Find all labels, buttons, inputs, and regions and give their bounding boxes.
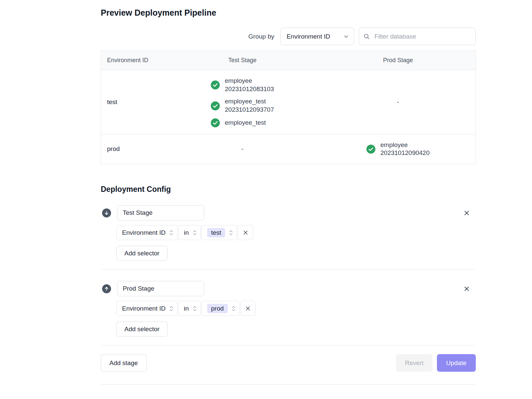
table-row: prod - employee 20231012090420 bbox=[101, 134, 475, 164]
selector-value-select[interactable]: prod bbox=[201, 301, 240, 316]
toolbar: Group by Environment ID bbox=[101, 28, 476, 45]
stage-divider bbox=[101, 345, 476, 345]
selector-operator-select[interactable]: in bbox=[178, 225, 201, 240]
remove-selector-button[interactable] bbox=[240, 301, 256, 316]
search-icon bbox=[363, 33, 370, 40]
bottom-divider bbox=[101, 384, 476, 385]
move-down-icon[interactable] bbox=[102, 208, 111, 217]
updown-icon bbox=[170, 229, 173, 236]
updown-icon bbox=[229, 229, 233, 236]
close-icon bbox=[464, 286, 470, 292]
database-name: employee bbox=[380, 141, 430, 149]
group-by-value: Environment ID bbox=[287, 33, 330, 40]
add-selector-button[interactable]: Add selector bbox=[116, 246, 168, 261]
database-version: 20231012090420 bbox=[380, 149, 430, 157]
deployment-item: employee 20231012090420 bbox=[366, 141, 430, 157]
filter-database-input[interactable] bbox=[359, 28, 476, 45]
database-version: 20231012083103 bbox=[225, 85, 274, 93]
main-container: Preview Deployment Pipeline Group by Env… bbox=[101, 8, 476, 398]
stage-name-input[interactable] bbox=[117, 205, 204, 220]
database-name: employee_test bbox=[225, 97, 274, 106]
empty-placeholder: - bbox=[241, 145, 243, 153]
update-button[interactable]: Update bbox=[437, 354, 476, 372]
deployment-item: employee 20231012083103 bbox=[211, 77, 274, 93]
close-icon bbox=[464, 210, 470, 216]
deployment-item: employee_test 20231012093707 bbox=[211, 97, 274, 114]
selector-operator-value: in bbox=[184, 305, 189, 312]
group-by-label: Group by bbox=[248, 33, 274, 40]
stage-divider bbox=[101, 269, 476, 270]
stage-block-prod: Environment ID in prod bbox=[101, 281, 476, 345]
environment-cell: prod bbox=[101, 139, 164, 159]
table-row: test employee 20231012083103 bbox=[101, 70, 475, 134]
test-stage-cell: employee 20231012083103 employee_test 20… bbox=[164, 70, 321, 134]
check-circle-icon bbox=[211, 101, 220, 110]
selector-value-chip: test bbox=[207, 228, 225, 237]
test-stage-cell: - bbox=[164, 145, 321, 153]
selector-row: Environment ID in test bbox=[116, 225, 476, 240]
selector-key-value: Environment ID bbox=[122, 229, 166, 236]
environment-cell: test bbox=[101, 92, 164, 112]
close-icon bbox=[243, 230, 248, 235]
database-name: employee_test bbox=[225, 119, 266, 127]
database-name: employee bbox=[225, 77, 274, 85]
selector-row: Environment ID in prod bbox=[116, 301, 476, 316]
remove-stage-button[interactable] bbox=[464, 210, 470, 216]
check-circle-icon bbox=[366, 145, 375, 154]
close-icon bbox=[245, 306, 251, 311]
remove-selector-button[interactable] bbox=[238, 225, 253, 240]
selector-value-select[interactable]: test bbox=[201, 225, 237, 240]
column-header-test-stage: Test Stage bbox=[164, 51, 321, 70]
updown-icon bbox=[193, 305, 197, 312]
move-up-icon[interactable] bbox=[102, 284, 111, 293]
selector-value-chip: prod bbox=[207, 304, 228, 313]
check-circle-icon bbox=[211, 118, 220, 127]
filter-database-search bbox=[359, 28, 476, 45]
selector-key-select[interactable]: Environment ID bbox=[116, 301, 178, 316]
prod-stage-cell: employee 20231012090420 bbox=[321, 134, 475, 164]
add-selector-button[interactable]: Add selector bbox=[116, 322, 168, 336]
database-version: 20231012093707 bbox=[225, 106, 274, 114]
empty-placeholder: - bbox=[397, 98, 399, 106]
group-by-select[interactable]: Environment ID bbox=[280, 28, 354, 45]
stage-block-test: Environment ID in test bbox=[101, 205, 476, 269]
pipeline-table: Environment ID Test Stage Prod Stage tes… bbox=[101, 51, 476, 164]
revert-button[interactable]: Revert bbox=[396, 354, 433, 372]
page-title: Preview Deployment Pipeline bbox=[101, 8, 476, 18]
selector-key-value: Environment ID bbox=[122, 305, 166, 312]
updown-icon bbox=[193, 229, 197, 236]
selector-operator-value: in bbox=[184, 229, 189, 236]
column-header-prod-stage: Prod Stage bbox=[321, 51, 475, 70]
add-stage-button[interactable]: Add stage bbox=[101, 354, 147, 372]
table-header-row: Environment ID Test Stage Prod Stage bbox=[101, 51, 475, 70]
chevron-down-icon bbox=[343, 34, 349, 40]
updown-icon bbox=[170, 305, 173, 312]
remove-stage-button[interactable] bbox=[464, 286, 470, 292]
selector-key-select[interactable]: Environment ID bbox=[116, 225, 178, 240]
deployment-item: employee_test bbox=[211, 118, 274, 127]
check-circle-icon bbox=[211, 80, 220, 89]
prod-stage-cell: - bbox=[321, 98, 475, 106]
updown-icon bbox=[232, 305, 235, 312]
column-header-environment-id: Environment ID bbox=[101, 51, 164, 70]
stage-name-input[interactable] bbox=[117, 281, 204, 296]
deployment-config-title: Deployment Config bbox=[101, 185, 476, 194]
actions-row: Add stage Revert Update bbox=[101, 354, 476, 372]
selector-operator-select[interactable]: in bbox=[178, 301, 201, 316]
